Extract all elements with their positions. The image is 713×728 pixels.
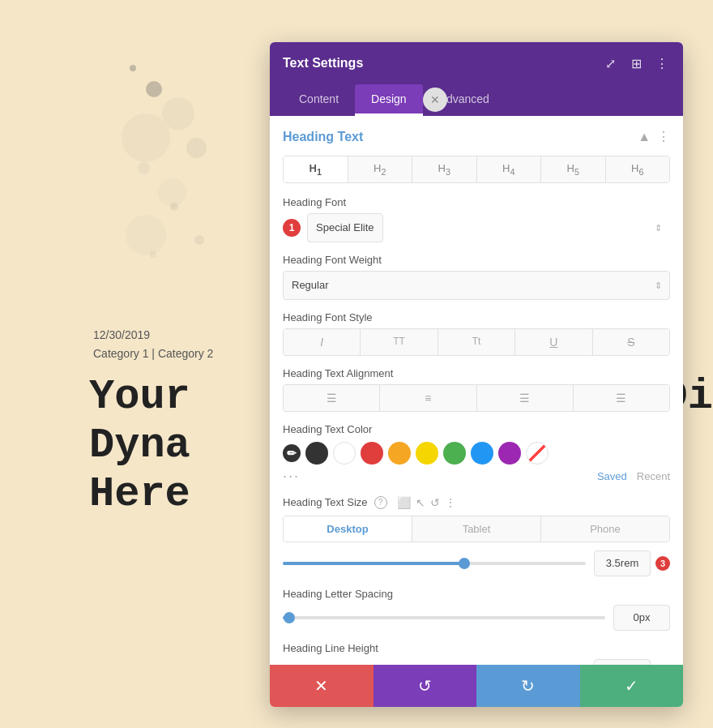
line-height-value[interactable]: 1.5em [594,659,651,665]
letter-spacing-slider-thumb[interactable] [284,612,295,623]
help-icon[interactable]: ? [374,496,387,509]
heading-font-style-buttons: I TT Tt U S [283,328,670,356]
ink-blot [194,235,204,245]
tab-content[interactable]: Content [283,84,355,116]
canvas-category: Category 1 | Category 2 [93,347,213,360]
heading-font-select-wrapper: Special Elite [307,213,670,242]
device-tabs: Desktop Tablet Phone [283,516,670,542]
color-green[interactable] [443,442,466,465]
ink-blot [122,113,170,162]
heading-font-style-label: Heading Font Style [283,311,670,323]
ink-blot [130,65,136,71]
heading-line-height-label: Heading Line Height [283,642,670,654]
save-button[interactable]: ✓ [580,665,684,707]
text-size-slider-track[interactable] [283,562,586,565]
cancel-button[interactable]: ✕ [270,665,374,707]
letter-spacing-slider-track[interactable] [283,616,605,619]
heading-text-color-label: Heading Text Color [283,423,670,435]
capitalize-button[interactable]: Tt [438,329,515,355]
color-yellow[interactable] [416,442,438,465]
panel-tabs: Content Design Advanced [270,84,683,116]
cursor-icon[interactable]: ↖ [416,496,425,509]
ink-blot [126,215,166,255]
text-size-value-wrapper: 3.5rem 3 [594,550,670,576]
section-more-icon[interactable]: ⋮ [657,129,670,144]
tab-design[interactable]: Design [355,84,423,116]
reset-button[interactable]: ↺ [374,665,477,707]
heading-text-size-label: Heading Text Size [283,496,368,508]
more-options-icon[interactable]: ⋮ [654,55,670,71]
text-settings-panel: Text Settings ⤢ ⊞ ⋮ Content Design Advan… [270,42,683,707]
section-title: Heading Text [283,130,363,144]
align-center-button[interactable]: ≡ [380,385,476,411]
heading-letter-spacing-label: Heading Letter Spacing [283,588,670,600]
collapse-icon[interactable]: ▲ [638,130,651,144]
color-blue[interactable] [471,442,493,465]
letter-spacing-slider-row: 0px [283,605,670,631]
heading-font-label: Heading Font [283,196,670,208]
ink-blot [170,203,178,211]
split-icon[interactable]: ⊞ [628,55,644,71]
saved-label[interactable]: Saved [597,470,627,482]
panel-header-icons: ⤢ ⊞ ⋮ [602,55,670,71]
panel-body: Heading Text ▲ ⋮ H1 H2 H3 H4 H5 H6 Headi… [270,116,683,665]
panel-header: Text Settings ⤢ ⊞ ⋮ [270,42,683,84]
h1-tab[interactable]: H1 [284,156,348,182]
underline-button[interactable]: U [515,329,592,355]
text-size-slider-fill [283,562,464,565]
uppercase-button[interactable]: TT [361,329,438,355]
h2-tab[interactable]: H2 [348,156,413,182]
desktop-tab[interactable]: Desktop [284,516,412,542]
size-more-icon[interactable]: ⋮ [445,496,456,509]
expand-icon[interactable]: ⤢ [602,55,618,71]
strikethrough-button[interactable]: S [593,329,669,355]
phone-tab[interactable]: Phone [541,516,669,542]
ink-blot [162,97,194,130]
h4-tab[interactable]: H4 [477,156,542,182]
heading-font-row: 1 Special Elite [283,213,670,242]
heading-font-weight-select[interactable]: Regular [283,271,670,300]
canvas-heading: Your Dyna Here [89,373,284,518]
italic-button[interactable]: I [284,329,361,355]
color-black[interactable] [305,442,328,465]
color-white[interactable] [333,442,356,465]
line-height-value-wrapper: 1.5em 4 [594,659,670,665]
color-red[interactable] [361,442,383,465]
align-justify-button[interactable]: ☰ [574,385,669,411]
reset-size-icon[interactable]: ↺ [430,496,440,509]
align-left-button[interactable]: ☰ [284,385,380,411]
color-none[interactable] [526,442,549,465]
heading-font-weight-label: Heading Font Weight [283,254,670,266]
section-header: Heading Text ▲ ⋮ [283,129,670,144]
panel-title: Text Settings [283,56,363,71]
heading-text-size-header: Heading Text Size ? ⬜ ↖ ↺ ⋮ [283,496,670,509]
text-size-value[interactable]: 3.5rem [594,550,651,576]
section-header-icons: ▲ ⋮ [638,129,670,144]
badge-2: ✏ [283,444,301,462]
tablet-tab[interactable]: Tablet [412,516,541,542]
recent-label[interactable]: Recent [637,470,670,482]
panel-footer: ✕ ↺ ↻ ✓ [270,665,683,707]
letter-spacing-value[interactable]: 0px [613,605,670,631]
color-purple[interactable] [498,442,521,465]
color-orange[interactable] [388,442,411,465]
text-size-slider-thumb[interactable] [459,558,470,569]
ink-blot [150,251,156,258]
h5-tab[interactable]: H5 [541,156,606,182]
panel-close-button[interactable]: ✕ [423,88,447,112]
heading-tabs: H1 H2 H3 H4 H5 H6 [283,156,670,183]
line-height-slider-row: 1.5em 4 [283,659,670,665]
h3-tab[interactable]: H3 [412,156,477,182]
ink-blot [186,138,207,158]
h6-tab[interactable]: H6 [606,156,670,182]
desktop-icon[interactable]: ⬜ [397,496,411,509]
ink-blot [146,81,162,97]
heading-text-alignment-buttons: ☰ ≡ ☰ ☰ [283,384,670,412]
heading-font-select[interactable]: Special Elite [307,213,383,242]
redo-button[interactable]: ↻ [476,665,580,707]
text-size-slider-row: 3.5rem 3 [283,550,670,576]
badge-1: 1 [283,219,301,237]
color-more-dots[interactable]: ··· [283,468,300,485]
ink-blot [138,162,150,174]
align-right-button[interactable]: ☰ [477,385,574,411]
